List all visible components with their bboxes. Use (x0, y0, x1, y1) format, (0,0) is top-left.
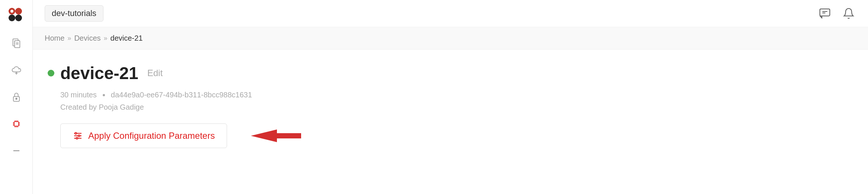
apply-config-button[interactable]: Apply Configuration Parameters (60, 123, 227, 148)
device-name: device-21 (60, 63, 138, 83)
main-content: dev-tutorials Home » D (33, 0, 868, 194)
svg-point-36 (75, 132, 76, 134)
breadcrumb-bar: Home » Devices » device-21 (33, 27, 868, 50)
meta-time: 30 minutes (60, 91, 97, 99)
documents-icon[interactable] (8, 35, 25, 51)
minus-icon[interactable] (8, 143, 25, 159)
bell-icon[interactable] (841, 6, 856, 21)
svg-point-37 (78, 135, 80, 137)
device-creator: Created by Pooja Gadige (60, 103, 853, 112)
sidebar (0, 0, 33, 194)
breadcrumb-current: device-21 (111, 34, 143, 43)
edit-link[interactable]: Edit (147, 68, 163, 78)
action-row: Apply Configuration Parameters (48, 123, 853, 148)
breadcrumb-sep-2: » (104, 34, 108, 42)
svg-point-3 (15, 15, 22, 21)
topbar: dev-tutorials (33, 0, 868, 27)
device-meta: 30 minutes da44e9a0-ee67-494b-b311-8bcc9… (60, 91, 853, 99)
svg-point-38 (76, 137, 78, 139)
workspace-badge[interactable]: dev-tutorials (45, 5, 103, 22)
server-icon[interactable] (8, 89, 25, 105)
chat-icon[interactable] (817, 6, 832, 21)
svg-rect-30 (820, 9, 830, 16)
status-dot (48, 70, 54, 76)
sliders-icon (73, 132, 83, 140)
breadcrumb-sep-1: » (67, 34, 71, 42)
content-area: device-21 Edit 30 minutes da44e9a0-ee67-… (33, 50, 868, 194)
svg-point-2 (9, 15, 15, 21)
chip-icon[interactable] (8, 116, 25, 132)
app-logo[interactable] (7, 7, 25, 22)
meta-separator (103, 94, 105, 96)
svg-marker-39 (251, 129, 301, 142)
svg-rect-16 (14, 122, 19, 126)
svg-point-4 (10, 10, 13, 13)
cloud-icon[interactable] (8, 62, 25, 78)
svg-point-15 (16, 98, 17, 100)
svg-point-1 (15, 8, 22, 15)
meta-uuid: da44e9a0-ee67-494b-b311-8bcc988c1631 (111, 91, 252, 99)
apply-config-label: Apply Configuration Parameters (88, 131, 215, 141)
topbar-right (817, 6, 856, 21)
breadcrumb: Home » Devices » device-21 (45, 34, 856, 43)
topbar-left: dev-tutorials (45, 5, 103, 22)
breadcrumb-devices[interactable]: Devices (74, 34, 100, 43)
arrow-annotation (236, 126, 303, 145)
breadcrumb-home[interactable]: Home (45, 34, 64, 43)
device-header: device-21 Edit (48, 63, 853, 83)
